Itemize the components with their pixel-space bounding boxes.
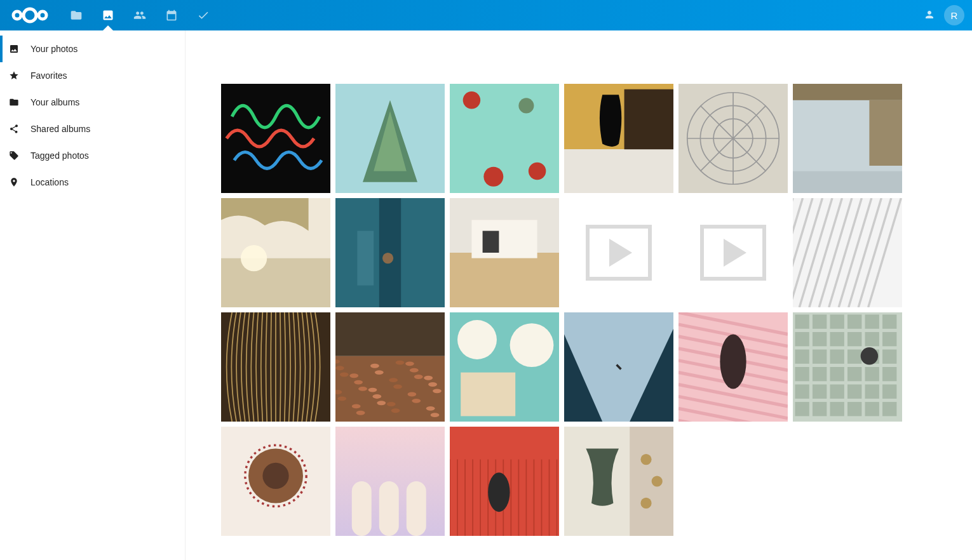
thumbnail-icon	[221, 427, 330, 536]
image-icon	[102, 9, 114, 22]
thumbnail-icon	[450, 427, 559, 536]
sidebar-item-tagged-photos[interactable]: Tagged photos	[0, 142, 185, 169]
photo-tile[interactable]	[335, 312, 445, 422]
svg-rect-87	[461, 373, 515, 417]
photo-tile[interactable]	[564, 312, 673, 422]
sidebar-item-shared-albums[interactable]: Shared albums	[0, 116, 185, 142]
people-icon	[133, 9, 146, 22]
photo-tile[interactable]	[335, 427, 445, 536]
svg-point-58	[405, 361, 414, 366]
folder-icon	[9, 97, 19, 107]
svg-rect-119	[847, 349, 861, 363]
thumbnail-icon	[564, 312, 673, 422]
nextcloud-logo[interactable]	[10, 5, 50, 25]
svg-rect-117	[813, 349, 827, 363]
photo-tile[interactable]	[564, 427, 673, 536]
sidebar-item-label: Your photos	[30, 44, 78, 54]
photo-tile[interactable]	[450, 427, 559, 536]
svg-rect-53	[335, 356, 445, 422]
share-icon	[9, 124, 19, 134]
svg-rect-14	[624, 90, 673, 150]
photo-tile[interactable]	[450, 312, 559, 422]
nav-tasks[interactable]	[189, 0, 217, 30]
svg-rect-139	[882, 402, 896, 416]
svg-rect-109	[882, 314, 896, 328]
photo-tile[interactable]	[793, 198, 902, 307]
sidebar-item-locations[interactable]: Locations	[0, 169, 185, 196]
svg-rect-118	[830, 349, 844, 363]
sidebar-item-favorites[interactable]: Favorites	[0, 62, 185, 89]
svg-rect-128	[795, 385, 809, 399]
photo-grid	[221, 84, 936, 536]
svg-point-63	[389, 378, 398, 382]
svg-rect-147	[379, 481, 399, 536]
photo-tile[interactable]	[564, 84, 673, 193]
sidebar-item-your-photos[interactable]: Your photos	[0, 36, 185, 62]
svg-rect-132	[865, 385, 879, 399]
photo-tile[interactable]	[793, 312, 902, 422]
svg-point-71	[428, 382, 437, 387]
nav-files[interactable]	[62, 0, 90, 30]
photo-tile[interactable]	[335, 84, 445, 193]
photo-tile[interactable]	[678, 312, 788, 422]
thumbnail-icon	[335, 84, 445, 193]
svg-point-73	[356, 411, 365, 415]
nav-contacts[interactable]	[126, 0, 154, 30]
svg-point-165	[488, 472, 510, 512]
user-avatar[interactable]: R	[944, 5, 964, 25]
svg-rect-138	[865, 402, 879, 416]
nav-photos[interactable]	[94, 0, 122, 30]
svg-point-2	[39, 11, 46, 19]
main-layout: Your photos Favorites Your albums Shared…	[0, 30, 972, 560]
svg-rect-148	[407, 481, 426, 536]
play-icon	[586, 225, 652, 281]
thumbnail-icon	[564, 427, 673, 536]
svg-point-75	[393, 385, 402, 389]
svg-point-55	[349, 373, 358, 378]
sidebar-item-label: Shared albums	[30, 124, 90, 134]
nav-calendar[interactable]	[158, 0, 186, 30]
svg-point-68	[372, 394, 381, 399]
photo-tile[interactable]	[450, 84, 559, 193]
video-tile[interactable]	[564, 198, 673, 307]
sidebar-item-label: Your albums	[30, 97, 79, 107]
photo-tile[interactable]	[793, 84, 902, 193]
photo-tile[interactable]	[221, 84, 330, 193]
video-tile[interactable]	[678, 198, 788, 307]
thumbnail-icon	[450, 198, 559, 307]
thumbnail-icon	[335, 198, 445, 307]
sidebar-item-your-albums[interactable]: Your albums	[0, 89, 185, 116]
star-icon	[9, 70, 19, 81]
svg-point-69	[391, 408, 400, 413]
svg-point-66	[335, 366, 344, 370]
photo-tile[interactable]	[335, 198, 445, 307]
svg-rect-113	[847, 332, 861, 346]
calendar-icon	[165, 9, 178, 22]
svg-point-82	[414, 375, 423, 379]
photo-tile[interactable]	[221, 198, 330, 307]
video-placeholder	[678, 198, 788, 307]
svg-rect-108	[865, 314, 879, 328]
play-icon	[700, 225, 766, 281]
svg-point-70	[410, 368, 419, 373]
svg-rect-107	[847, 314, 861, 328]
thumbnail-icon	[678, 312, 788, 422]
photo-tile[interactable]	[678, 84, 788, 193]
photo-tile[interactable]	[221, 312, 330, 422]
logo-icon	[10, 5, 50, 25]
svg-rect-28	[221, 258, 330, 307]
svg-point-62	[370, 364, 379, 368]
svg-point-81	[396, 361, 405, 365]
thumbnail-icon	[793, 198, 902, 307]
svg-point-140	[861, 347, 879, 365]
svg-rect-137	[847, 402, 861, 416]
content-area	[186, 30, 972, 560]
thumbnail-icon	[221, 84, 330, 193]
thumbnail-icon	[221, 198, 330, 307]
svg-rect-146	[352, 481, 372, 536]
contacts-menu[interactable]	[924, 9, 935, 22]
svg-point-76	[412, 399, 421, 403]
photo-tile[interactable]	[221, 427, 330, 536]
photo-tile[interactable]	[450, 198, 559, 307]
svg-rect-121	[882, 349, 896, 363]
